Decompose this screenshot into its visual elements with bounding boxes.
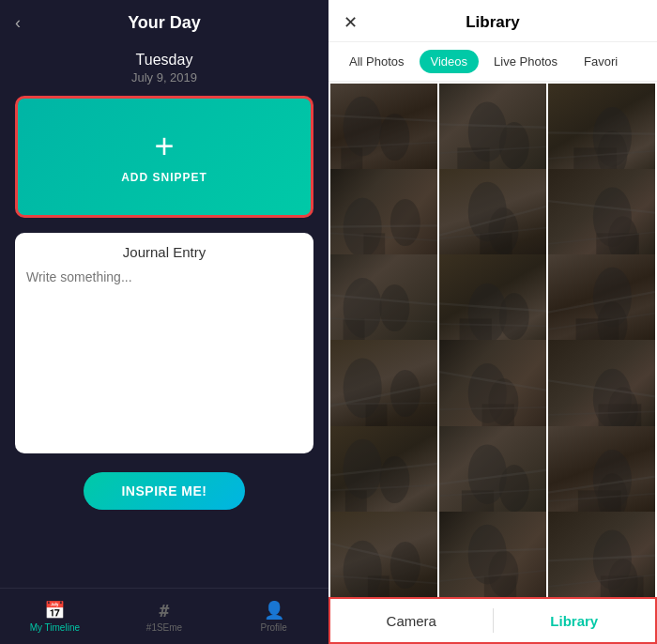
date-day: Tuesday [0, 52, 328, 69]
journal-title: Journal Entry [26, 244, 302, 260]
right-header: ✕ Library [328, 0, 657, 42]
bottom-tabs: Camera Library [328, 597, 657, 644]
nav-item-hashtag[interactable]: # #1SEme [110, 589, 220, 644]
svg-point-1 [379, 114, 409, 161]
svg-line-54 [439, 407, 546, 409]
svg-point-36 [499, 293, 529, 340]
svg-line-13 [548, 132, 655, 133]
profile-icon: 👤 [264, 600, 284, 621]
svg-line-39 [439, 324, 546, 326]
bottom-nav: 📅 My Timeline # #1SEme 👤 Profile [0, 588, 328, 644]
back-button[interactable]: ‹ [15, 13, 21, 33]
add-snippet-button[interactable]: + ADD SNIPPET [15, 96, 313, 218]
date-section: Tuesday July 9, 2019 [0, 44, 328, 96]
svg-line-18 [330, 226, 437, 227]
tab-favorites[interactable]: Favori [573, 50, 629, 73]
tab-videos[interactable]: Videos [420, 50, 480, 73]
svg-point-66 [499, 465, 529, 512]
plus-icon: + [154, 130, 174, 163]
date-full: July 9, 2019 [0, 70, 328, 84]
svg-rect-82 [484, 575, 516, 597]
photo-cell[interactable]: ▶5/8/190:04 [548, 512, 655, 597]
photo-grid: ▶5/8/190:07 ▶5/8/190:19 ▶5/8/190:00 ▶5/8… [328, 82, 657, 597]
nav-label-profile: Profile [261, 622, 287, 633]
left-panel: ‹ Your Day Tuesday July 9, 2019 + ADD SN… [0, 0, 328, 644]
right-panel: ✕ Library All Photos Videos Live Photos … [328, 0, 657, 644]
tab-live-photos[interactable]: Live Photos [482, 50, 569, 73]
left-title: Your Day [128, 13, 201, 33]
nav-item-timeline[interactable]: 📅 My Timeline [0, 589, 110, 644]
nav-label-timeline: My Timeline [30, 622, 80, 633]
close-button[interactable]: ✕ [344, 12, 358, 33]
filter-tabs: All Photos Videos Live Photos Favori [328, 42, 657, 82]
photo-cell[interactable]: ▶5/8/190:03 [439, 512, 546, 597]
nav-label-hashtag: #1SEme [146, 622, 182, 633]
svg-point-61 [379, 456, 409, 503]
nav-item-profile[interactable]: 👤 Profile [219, 589, 328, 644]
tab-all-photos[interactable]: All Photos [338, 50, 416, 73]
svg-line-49 [330, 404, 437, 405]
inspire-button[interactable]: INSPIRE ME! [84, 472, 244, 510]
library-tab[interactable]: Library [494, 599, 656, 642]
timeline-icon: 📅 [44, 600, 65, 621]
svg-point-6 [499, 122, 529, 169]
camera-tab[interactable]: Camera [330, 599, 493, 642]
svg-point-31 [379, 284, 409, 331]
snippet-label: ADD SNIPPET [121, 171, 207, 184]
journal-section: Journal Entry [15, 233, 313, 453]
photo-cell[interactable]: ▶5/8/190:10 [330, 512, 437, 597]
photo-thumbnail [439, 512, 546, 597]
journal-input[interactable] [26, 269, 302, 438]
left-header: ‹ Your Day [0, 0, 328, 44]
photo-thumbnail [548, 512, 655, 597]
hashtag-icon: # [160, 601, 170, 621]
library-title: Library [466, 13, 520, 32]
photo-thumbnail [330, 512, 437, 597]
